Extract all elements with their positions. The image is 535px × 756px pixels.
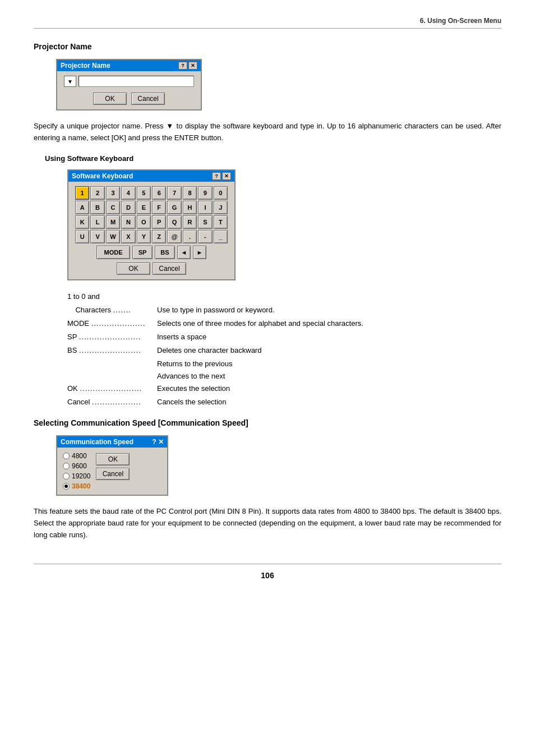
radio-19200[interactable]: 19200 — [63, 472, 90, 480]
desc-bs-extra: Returns to the previous Advances to the … — [157, 358, 501, 382]
comm-speed-cancel-button[interactable]: Cancel — [96, 468, 130, 480]
key-at[interactable]: @ — [167, 230, 181, 243]
key-0[interactable]: 0 — [214, 186, 228, 200]
keyboard-cancel-button[interactable]: Cancel — [153, 262, 186, 275]
key-7[interactable]: 7 — [167, 186, 181, 200]
key-sp[interactable]: SP — [132, 246, 153, 259]
key-z[interactable]: Z — [152, 230, 166, 243]
keyboard-ok-button[interactable]: OK — [117, 262, 150, 275]
page-number: 106 — [261, 571, 274, 580]
key-9[interactable]: 9 — [198, 186, 212, 200]
projector-name-titlebar: Projector Name ? ✕ — [57, 60, 201, 71]
key-prev[interactable]: ◄ — [177, 246, 191, 259]
keyboard-row-a-j: A B C D E F G H I J — [75, 201, 228, 214]
keyboard-ok-cancel-row: OK Cancel — [75, 262, 228, 275]
comm-speed-section: Selecting Communication Speed [Communica… — [34, 418, 501, 541]
desc-characters: Characters ....... Use to type in passwo… — [67, 304, 501, 316]
desc-term-characters: Characters ....... — [67, 304, 157, 316]
key-n[interactable]: N — [121, 215, 135, 229]
desc-def-cancel: Cancels the selection — [157, 396, 501, 408]
key-c[interactable]: C — [106, 201, 120, 214]
key-8[interactable]: 8 — [183, 186, 197, 200]
key-q[interactable]: Q — [167, 215, 181, 229]
projector-name-dialog-icons: ? ✕ — [178, 62, 197, 70]
key-h[interactable]: H — [183, 201, 197, 214]
software-keyboard-heading: Using Software Keyboard — [45, 154, 501, 163]
page-container: 6. Using On-Screen Menu Projector Name P… — [0, 0, 535, 614]
radio-label-38400: 38400 — [72, 482, 90, 490]
desc-def-bs: Deletes one character backward — [157, 344, 501, 357]
key-k[interactable]: K — [75, 215, 89, 229]
keyboard-close-icon[interactable]: ✕ — [222, 172, 231, 180]
desc-term-mode: MODE ..................... — [67, 317, 157, 330]
key-mode[interactable]: MODE — [96, 246, 130, 259]
key-t[interactable]: T — [214, 215, 228, 229]
desc-sp: SP ........................ Inserts a sp… — [67, 331, 501, 343]
desc-ok: OK ........................ Executes the… — [67, 382, 501, 395]
keyboard-dialog: Software Keyboard ? ✕ 1 2 3 4 5 6 7 8 9 — [67, 169, 236, 280]
projector-name-cancel-button[interactable]: Cancel — [131, 93, 165, 105]
keyboard-help-icon[interactable]: ? — [212, 172, 221, 180]
desc-term-ok: OK ........................ — [67, 382, 157, 395]
projector-name-dialog: Projector Name ? ✕ ▼ OK Cancel — [56, 59, 202, 110]
projector-name-ok-button[interactable]: OK — [93, 93, 127, 105]
key-2[interactable]: 2 — [90, 186, 104, 200]
projector-name-input[interactable] — [79, 76, 194, 87]
key-next[interactable]: ► — [193, 246, 206, 259]
radio-4800[interactable]: 4800 — [63, 452, 90, 460]
key-o[interactable]: O — [137, 215, 151, 229]
comm-speed-buttons: OK Cancel — [96, 452, 130, 490]
key-r[interactable]: R — [183, 215, 197, 229]
comm-speed-dialog-icons: ? ✕ — [152, 438, 164, 446]
key-a[interactable]: A — [75, 201, 89, 214]
key-u[interactable]: U — [75, 230, 89, 243]
key-5[interactable]: 5 — [137, 186, 151, 200]
key-v[interactable]: V — [90, 230, 104, 243]
radio-38400[interactable]: 38400 — [63, 482, 90, 490]
projector-name-help-icon[interactable]: ? — [178, 62, 187, 70]
key-4[interactable]: 4 — [121, 186, 135, 200]
comm-speed-close-icon[interactable]: ✕ — [158, 438, 164, 446]
comm-speed-dialog: Communication Speed ? ✕ 4800 9600 — [56, 435, 168, 496]
key-y[interactable]: Y — [137, 230, 151, 243]
projector-name-dialog-buttons: OK Cancel — [64, 93, 194, 105]
key-s[interactable]: S — [198, 215, 212, 229]
radio-9600[interactable]: 9600 — [63, 462, 90, 470]
key-l[interactable]: L — [90, 215, 104, 229]
key-b[interactable]: B — [90, 201, 104, 214]
comm-speed-heading: Selecting Communication Speed [Communica… — [34, 418, 501, 427]
key-1[interactable]: 1 — [75, 186, 89, 200]
radio-circle-19200 — [63, 473, 70, 480]
comm-speed-help-icon[interactable]: ? — [152, 438, 156, 446]
projector-name-close-icon[interactable]: ✕ — [188, 62, 197, 70]
key-dot[interactable]: . — [183, 230, 197, 243]
key-dash[interactable]: - — [198, 230, 212, 243]
key-x[interactable]: X — [121, 230, 135, 243]
projector-name-body-text: Specify a unique projector name. Press ▼… — [34, 121, 501, 144]
keyboard-desc-section: 1 to 0 and Characters ....... Use to typ… — [67, 291, 501, 409]
desc-mode: MODE ..................... Selects one o… — [67, 317, 501, 330]
key-i[interactable]: I — [198, 201, 212, 214]
key-6[interactable]: 6 — [152, 186, 166, 200]
key-bs[interactable]: BS — [155, 246, 175, 259]
desc-cancel: Cancel ................... Cancels the s… — [67, 396, 501, 408]
keyboard-dialog-icons: ? ✕ — [212, 172, 231, 180]
keyboard-function-row: MODE SP BS ◄ ► — [75, 246, 228, 259]
key-p[interactable]: P — [152, 215, 166, 229]
dropdown-button[interactable]: ▼ — [64, 76, 76, 87]
desc-bs: BS ........................ Deletes one … — [67, 344, 501, 357]
key-m[interactable]: M — [106, 215, 120, 229]
comm-speed-ok-button[interactable]: OK — [96, 453, 130, 465]
key-e[interactable]: E — [137, 201, 151, 214]
desc-term-numbers: 1 to 0 and — [67, 291, 157, 303]
key-d[interactable]: D — [121, 201, 135, 214]
key-w[interactable]: W — [106, 230, 120, 243]
key-underscore[interactable]: _ — [214, 230, 228, 243]
key-j[interactable]: J — [214, 201, 228, 214]
comm-speed-body-text: This feature sets the baud rate of the P… — [34, 506, 501, 541]
key-g[interactable]: G — [167, 201, 181, 214]
desc-def-characters: Use to type in password or keyword. — [157, 304, 501, 316]
key-3[interactable]: 3 — [106, 186, 120, 200]
radio-label-19200: 19200 — [72, 472, 90, 480]
key-f[interactable]: F — [152, 201, 166, 214]
